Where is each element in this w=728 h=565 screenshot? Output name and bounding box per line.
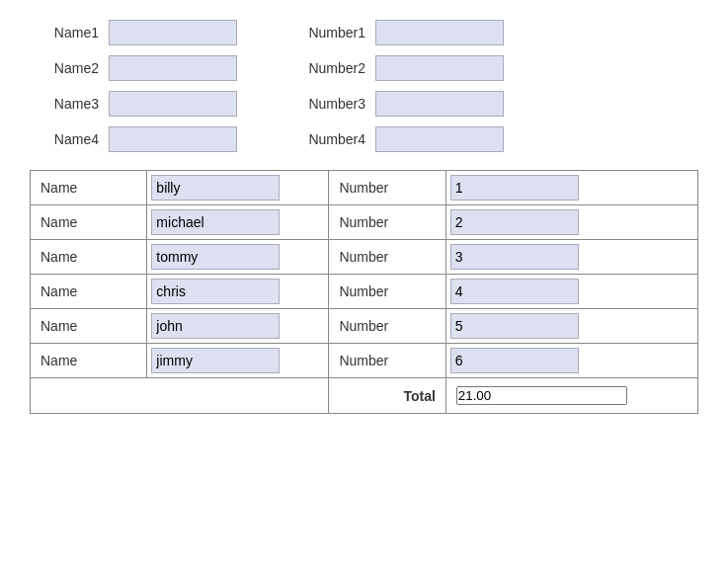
row-name-label-2: Name	[31, 240, 147, 275]
table-row: Name Number	[31, 205, 698, 240]
row-num-cell-4	[445, 309, 697, 344]
number4-label: Number4	[286, 131, 375, 147]
row-name-cell-1	[147, 205, 329, 240]
row-name-label-1: Name	[31, 205, 147, 240]
row-name-input-3[interactable]	[151, 279, 280, 304]
row-name-label-5: Name	[31, 344, 147, 378]
top-section: Name1 Number1 Name2 Number2 Name3 Number…	[30, 20, 698, 162]
row-num-input-2[interactable]	[450, 244, 579, 270]
total-label: Total	[329, 378, 445, 414]
total-row: Total	[31, 378, 698, 414]
row-num-cell-5	[445, 344, 697, 378]
row-name-input-4[interactable]	[151, 313, 280, 339]
number4-group: Number4	[286, 126, 504, 152]
row-name-input-2[interactable]	[151, 244, 280, 270]
number2-input[interactable]	[375, 55, 504, 81]
row-name-input-0[interactable]	[151, 175, 280, 201]
name2-label: Name2	[30, 60, 109, 76]
table-row: Name Number	[31, 275, 698, 309]
number1-label: Number1	[286, 25, 375, 40]
row-num-input-4[interactable]	[450, 313, 579, 339]
row-num-input-0[interactable]	[450, 175, 579, 201]
top-row-2: Name2 Number2	[30, 55, 698, 81]
name1-label: Name1	[30, 25, 109, 40]
row-name-input-5[interactable]	[151, 348, 280, 373]
table-row: Name Number	[31, 240, 698, 275]
total-input[interactable]	[456, 386, 627, 405]
name3-input[interactable]	[109, 91, 237, 117]
top-row-1: Name1 Number1	[30, 20, 698, 45]
row-num-input-1[interactable]	[450, 209, 579, 235]
row-name-cell-2	[147, 240, 329, 275]
number2-group: Number2	[286, 55, 504, 81]
number2-label: Number2	[286, 60, 375, 76]
row-num-input-5[interactable]	[450, 348, 579, 373]
row-name-label-4: Name	[31, 309, 147, 344]
table-row: Name Number	[31, 171, 698, 205]
row-num-label-5: Number	[329, 344, 445, 378]
top-row-4: Name4 Number4	[30, 126, 698, 152]
number3-input[interactable]	[375, 91, 504, 117]
row-name-input-1[interactable]	[151, 209, 280, 235]
top-row-3: Name3 Number3	[30, 91, 698, 117]
row-name-cell-3	[147, 275, 329, 309]
row-num-cell-1	[445, 205, 697, 240]
row-num-label-3: Number	[329, 275, 445, 309]
row-num-label-0: Number	[329, 171, 445, 205]
table-row: Name Number	[31, 309, 698, 344]
number1-input[interactable]	[375, 20, 504, 45]
row-num-cell-0	[445, 171, 697, 205]
name4-label: Name4	[30, 131, 109, 147]
row-num-label-2: Number	[329, 240, 445, 275]
row-name-cell-4	[147, 309, 329, 344]
total-empty-left	[31, 378, 329, 414]
row-num-cell-3	[445, 275, 697, 309]
row-num-cell-2	[445, 240, 697, 275]
number4-input[interactable]	[375, 126, 504, 152]
main-table: Name Number Name Number Name Number	[30, 170, 698, 414]
number3-group: Number3	[286, 91, 504, 117]
row-name-label-0: Name	[31, 171, 147, 205]
total-value-cell	[445, 378, 697, 414]
name2-input[interactable]	[109, 55, 237, 81]
number1-group: Number1	[286, 20, 504, 45]
row-num-label-4: Number	[329, 309, 445, 344]
row-num-input-3[interactable]	[450, 279, 579, 304]
row-num-label-1: Number	[329, 205, 445, 240]
table-row: Name Number	[31, 344, 698, 378]
number3-label: Number3	[286, 96, 375, 112]
name3-label: Name3	[30, 96, 109, 112]
name1-input[interactable]	[109, 20, 237, 45]
row-name-label-3: Name	[31, 275, 147, 309]
row-name-cell-0	[147, 171, 329, 205]
name4-input[interactable]	[109, 126, 237, 152]
row-name-cell-5	[147, 344, 329, 378]
